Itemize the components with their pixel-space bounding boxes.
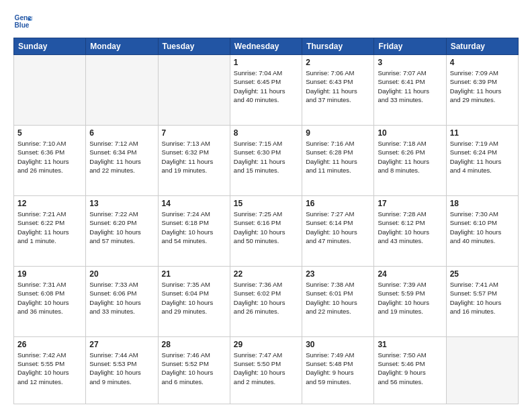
logo: General Blue [13, 12, 35, 31]
day-info: Sunrise: 7:07 AM Sunset: 6:41 PM Dayligh… [378, 68, 442, 104]
day-cell: 27Sunrise: 7:44 AM Sunset: 5:53 PM Dayli… [86, 336, 158, 404]
weekday-header-saturday: Saturday [446, 38, 518, 55]
day-info: Sunrise: 7:47 AM Sunset: 5:50 PM Dayligh… [234, 351, 298, 386]
day-number: 18 [450, 199, 515, 208]
week-row-5: 26Sunrise: 7:42 AM Sunset: 5:55 PM Dayli… [14, 336, 519, 404]
day-info: Sunrise: 7:18 AM Sunset: 6:26 PM Dayligh… [378, 139, 442, 175]
day-info: Sunrise: 7:04 AM Sunset: 6:45 PM Dayligh… [234, 68, 298, 104]
weekday-header-wednesday: Wednesday [230, 38, 302, 55]
svg-text:Blue: Blue [15, 21, 30, 29]
day-cell: 16Sunrise: 7:27 AM Sunset: 6:14 PM Dayli… [302, 195, 374, 266]
week-row-2: 5Sunrise: 7:10 AM Sunset: 6:36 PM Daylig… [14, 125, 519, 195]
day-cell: 30Sunrise: 7:49 AM Sunset: 5:48 PM Dayli… [302, 336, 374, 404]
day-info: Sunrise: 7:36 AM Sunset: 6:02 PM Dayligh… [234, 280, 298, 316]
day-cell: 19Sunrise: 7:31 AM Sunset: 6:08 PM Dayli… [14, 266, 86, 336]
header: General Blue [13, 12, 519, 31]
day-cell: 23Sunrise: 7:38 AM Sunset: 6:01 PM Dayli… [302, 266, 374, 336]
day-number: 11 [450, 128, 515, 138]
day-number: 24 [378, 269, 442, 279]
weekday-header-sunday: Sunday [14, 38, 86, 55]
day-number: 4 [450, 58, 515, 67]
day-cell: 24Sunrise: 7:39 AM Sunset: 5:59 PM Dayli… [374, 266, 446, 336]
day-info: Sunrise: 7:10 AM Sunset: 6:36 PM Dayligh… [17, 139, 82, 175]
day-number: 26 [17, 340, 82, 349]
day-info: Sunrise: 7:50 AM Sunset: 5:46 PM Dayligh… [378, 351, 442, 386]
day-cell: 5Sunrise: 7:10 AM Sunset: 6:36 PM Daylig… [14, 125, 86, 195]
day-info: Sunrise: 7:06 AM Sunset: 6:43 PM Dayligh… [306, 68, 370, 104]
day-number: 20 [89, 269, 154, 279]
day-info: Sunrise: 7:31 AM Sunset: 6:08 PM Dayligh… [17, 280, 82, 316]
day-number: 17 [378, 199, 442, 208]
day-number: 22 [234, 269, 298, 279]
day-info: Sunrise: 7:19 AM Sunset: 6:24 PM Dayligh… [450, 139, 515, 175]
day-number: 25 [450, 269, 515, 279]
day-number: 13 [89, 199, 154, 208]
day-number: 9 [306, 128, 370, 138]
day-number: 10 [378, 128, 442, 138]
day-cell: 15Sunrise: 7:25 AM Sunset: 6:16 PM Dayli… [230, 195, 302, 266]
day-cell [158, 55, 230, 126]
day-number: 30 [306, 340, 370, 349]
day-info: Sunrise: 7:15 AM Sunset: 6:30 PM Dayligh… [234, 139, 298, 175]
weekday-header-monday: Monday [86, 38, 158, 55]
day-number: 29 [234, 340, 298, 349]
page: General Blue SundayMondayTuesdayWednesda… [0, 0, 532, 411]
week-row-4: 19Sunrise: 7:31 AM Sunset: 6:08 PM Dayli… [14, 266, 519, 336]
day-cell: 6Sunrise: 7:12 AM Sunset: 6:34 PM Daylig… [86, 125, 158, 195]
calendar-table: SundayMondayTuesdayWednesdayThursdayFrid… [13, 38, 519, 404]
day-cell [446, 336, 518, 404]
day-cell: 9Sunrise: 7:16 AM Sunset: 6:28 PM Daylig… [302, 125, 374, 195]
day-info: Sunrise: 7:39 AM Sunset: 5:59 PM Dayligh… [378, 280, 442, 316]
day-number: 8 [234, 128, 298, 138]
day-number: 31 [378, 340, 442, 349]
day-cell [14, 55, 86, 126]
day-number: 27 [89, 340, 154, 349]
weekday-header-friday: Friday [374, 38, 446, 55]
day-info: Sunrise: 7:44 AM Sunset: 5:53 PM Dayligh… [89, 351, 154, 386]
day-info: Sunrise: 7:28 AM Sunset: 6:12 PM Dayligh… [378, 210, 442, 245]
day-info: Sunrise: 7:22 AM Sunset: 6:20 PM Dayligh… [89, 210, 154, 245]
day-cell: 12Sunrise: 7:21 AM Sunset: 6:22 PM Dayli… [14, 195, 86, 266]
day-cell: 21Sunrise: 7:35 AM Sunset: 6:04 PM Dayli… [158, 266, 230, 336]
day-info: Sunrise: 7:27 AM Sunset: 6:14 PM Dayligh… [306, 210, 370, 245]
day-cell: 3Sunrise: 7:07 AM Sunset: 6:41 PM Daylig… [374, 55, 446, 126]
day-info: Sunrise: 7:46 AM Sunset: 5:52 PM Dayligh… [162, 351, 226, 386]
day-cell: 26Sunrise: 7:42 AM Sunset: 5:55 PM Dayli… [14, 336, 86, 404]
day-info: Sunrise: 7:09 AM Sunset: 6:39 PM Dayligh… [450, 68, 515, 104]
day-cell: 18Sunrise: 7:30 AM Sunset: 6:10 PM Dayli… [446, 195, 518, 266]
day-cell: 20Sunrise: 7:33 AM Sunset: 6:06 PM Dayli… [86, 266, 158, 336]
day-info: Sunrise: 7:35 AM Sunset: 6:04 PM Dayligh… [162, 280, 226, 316]
day-info: Sunrise: 7:13 AM Sunset: 6:32 PM Dayligh… [162, 139, 226, 175]
day-cell: 28Sunrise: 7:46 AM Sunset: 5:52 PM Dayli… [158, 336, 230, 404]
week-row-3: 12Sunrise: 7:21 AM Sunset: 6:22 PM Dayli… [14, 195, 519, 266]
day-number: 14 [162, 199, 226, 208]
day-cell: 22Sunrise: 7:36 AM Sunset: 6:02 PM Dayli… [230, 266, 302, 336]
day-number: 1 [234, 58, 298, 67]
day-cell: 14Sunrise: 7:24 AM Sunset: 6:18 PM Dayli… [158, 195, 230, 266]
day-cell: 31Sunrise: 7:50 AM Sunset: 5:46 PM Dayli… [374, 336, 446, 404]
day-cell: 17Sunrise: 7:28 AM Sunset: 6:12 PM Dayli… [374, 195, 446, 266]
day-info: Sunrise: 7:16 AM Sunset: 6:28 PM Dayligh… [306, 139, 370, 175]
day-cell: 11Sunrise: 7:19 AM Sunset: 6:24 PM Dayli… [446, 125, 518, 195]
weekday-header-tuesday: Tuesday [158, 38, 230, 55]
day-cell [86, 55, 158, 126]
day-cell: 13Sunrise: 7:22 AM Sunset: 6:20 PM Dayli… [86, 195, 158, 266]
day-number: 15 [234, 199, 298, 208]
day-number: 19 [17, 269, 82, 279]
day-cell: 4Sunrise: 7:09 AM Sunset: 6:39 PM Daylig… [446, 55, 518, 126]
day-info: Sunrise: 7:21 AM Sunset: 6:22 PM Dayligh… [17, 210, 82, 245]
day-info: Sunrise: 7:42 AM Sunset: 5:55 PM Dayligh… [17, 351, 82, 386]
day-number: 6 [89, 128, 154, 138]
day-cell: 10Sunrise: 7:18 AM Sunset: 6:26 PM Dayli… [374, 125, 446, 195]
day-info: Sunrise: 7:24 AM Sunset: 6:18 PM Dayligh… [162, 210, 226, 245]
day-cell: 1Sunrise: 7:04 AM Sunset: 6:45 PM Daylig… [230, 55, 302, 126]
day-number: 2 [306, 58, 370, 67]
day-info: Sunrise: 7:38 AM Sunset: 6:01 PM Dayligh… [306, 280, 370, 316]
logo-icon: General Blue [13, 12, 32, 31]
day-info: Sunrise: 7:33 AM Sunset: 6:06 PM Dayligh… [89, 280, 154, 316]
day-cell: 29Sunrise: 7:47 AM Sunset: 5:50 PM Dayli… [230, 336, 302, 404]
day-number: 5 [17, 128, 82, 138]
day-number: 28 [162, 340, 226, 349]
weekday-header-thursday: Thursday [302, 38, 374, 55]
week-row-1: 1Sunrise: 7:04 AM Sunset: 6:45 PM Daylig… [14, 55, 519, 126]
